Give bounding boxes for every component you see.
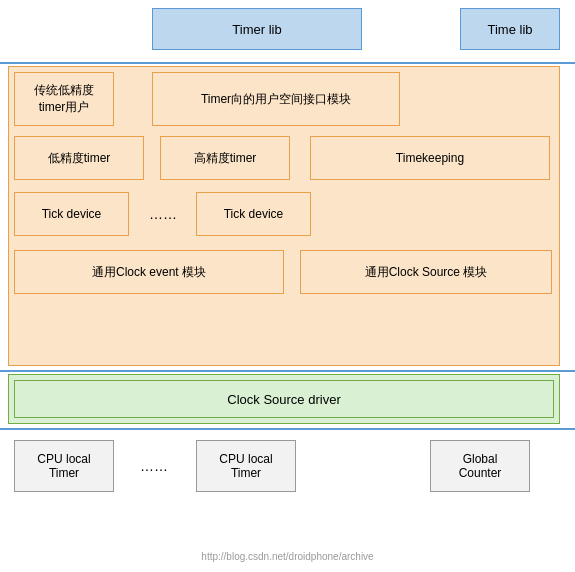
cpu-local-timer-1-box: CPU local Timer [14,440,114,492]
traditional-timer-label: 传统低精度 timer用户 [34,82,94,116]
global-counter-box: Global Counter [430,440,530,492]
user-space-module-label: Timer向的用户空间接口模块 [201,91,351,108]
timekeeping-label: Timekeeping [396,151,464,165]
timer-lib-box: Timer lib [152,8,362,50]
timer-lib-label: Timer lib [232,22,281,37]
ellipsis-bottom: …… [124,440,184,492]
global-counter-label: Global Counter [459,452,502,480]
clock-source-module-label: 通用Clock Source 模块 [365,264,488,281]
tick-device-2-label: Tick device [224,207,284,221]
divider-3 [0,428,575,430]
clock-event-module-box: 通用Clock event 模块 [14,250,284,294]
watermark: http://blog.csdn.net/droidphone/archive [201,551,373,562]
time-lib-box: Time lib [460,8,560,50]
cpu-local-timer-2-label: CPU local Timer [219,452,272,480]
ellipsis-bottom-label: …… [140,458,168,474]
cpu-local-timer-1-label: CPU local Timer [37,452,90,480]
traditional-timer-box: 传统低精度 timer用户 [14,72,114,126]
clock-source-driver-label: Clock Source driver [227,392,340,407]
tick-device-1-box: Tick device [14,192,129,236]
user-space-module-box: Timer向的用户空间接口模块 [152,72,400,126]
clock-source-driver-box: Clock Source driver [14,380,554,418]
cpu-local-timer-2-box: CPU local Timer [196,440,296,492]
low-precision-timer-label: 低精度timer [48,150,111,167]
divider-2 [0,370,575,372]
timekeeping-box: Timekeeping [310,136,550,180]
time-lib-label: Time lib [487,22,532,37]
high-precision-timer-box: 高精度timer [160,136,290,180]
high-precision-timer-label: 高精度timer [194,150,257,167]
diagram: Timer lib Time lib 传统低精度 timer用户 Timer向的… [0,0,575,572]
divider-1 [0,62,575,64]
low-precision-timer-box: 低精度timer [14,136,144,180]
clock-source-module-box: 通用Clock Source 模块 [300,250,552,294]
tick-device-1-label: Tick device [42,207,102,221]
tick-device-2-box: Tick device [196,192,311,236]
ellipsis-top: …… [138,192,188,236]
ellipsis-top-label: …… [149,206,177,222]
clock-event-module-label: 通用Clock event 模块 [92,264,206,281]
